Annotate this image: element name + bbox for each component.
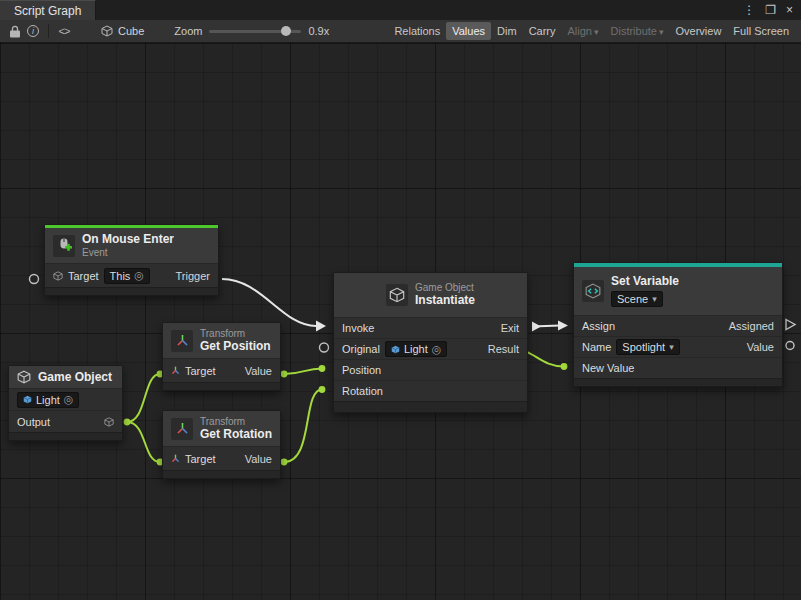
port-row: Original Light ◎ Result	[334, 338, 527, 359]
window-controls: ⋮ ❐ ×	[735, 0, 801, 20]
graph-breadcrumb[interactable]: Cube	[101, 25, 144, 37]
port-row: Invoke Exit	[334, 317, 527, 338]
node-instantiate[interactable]: Game Object Instantiate Invoke Exit Orig…	[333, 272, 528, 413]
cube-icon	[386, 284, 408, 306]
variable-name-dropdown[interactable]: Spotlight ▾	[616, 339, 679, 355]
rotation-port-label: Rotation	[342, 385, 383, 397]
align-button[interactable]: Align▾	[562, 22, 605, 40]
tab-title: Script Graph	[14, 4, 81, 18]
object-picker-icon[interactable]: ◎	[134, 270, 144, 281]
node-subtitle: Event	[82, 247, 174, 259]
node-get-position[interactable]: Transform Get Position Target Value	[162, 322, 281, 391]
target-port-label: Target	[185, 453, 216, 465]
zoom-label: Zoom	[174, 25, 202, 37]
menu-icon[interactable]: ⋮	[743, 3, 755, 17]
arrowhead	[316, 321, 326, 332]
tab-bar-spacer	[96, 0, 735, 20]
variable-icon	[582, 280, 604, 302]
dim-button[interactable]: Dim	[491, 22, 523, 40]
object-picker-icon[interactable]: ◎	[64, 394, 74, 405]
value-row: Light ◎	[9, 388, 122, 410]
port-row: Output	[9, 410, 122, 432]
cube-icon	[101, 25, 113, 37]
node-title: Get Rotation	[200, 428, 272, 442]
fullscreen-button[interactable]: Full Screen	[727, 22, 795, 40]
node-header: Game Object Instantiate	[334, 273, 527, 317]
name-port-label: Name	[582, 341, 611, 353]
original-port-label: Original	[342, 343, 380, 355]
trigger-port-label: Trigger	[176, 270, 210, 282]
mouse-event-icon	[53, 235, 75, 257]
new-value-port-label: New Value	[582, 362, 634, 374]
exit-port-marker	[532, 322, 541, 332]
lock-icon[interactable]	[6, 22, 24, 40]
cube-icon	[53, 271, 63, 281]
distribute-button[interactable]: Distribute▾	[605, 22, 670, 40]
target-port-label: Target	[185, 365, 216, 377]
node-footer	[574, 378, 782, 386]
zoom-value: 0.9x	[308, 25, 329, 37]
code-icon[interactable]: <>	[55, 22, 73, 40]
assigned-output-port	[786, 320, 795, 330]
port-row: Position	[334, 359, 527, 380]
values-button[interactable]: Values	[446, 22, 491, 40]
chevron-down-icon: ▾	[659, 27, 664, 37]
node-category: Transform	[200, 328, 271, 340]
scope-dropdown[interactable]: Scene ▾	[611, 291, 663, 307]
port-row: Name Spotlight ▾ Value	[574, 336, 782, 357]
node-header: Transform Get Rotation	[163, 411, 280, 446]
carry-button[interactable]: Carry	[523, 22, 562, 40]
node-set-variable[interactable]: Set Variable Scene ▾ Assign Assigned Nam…	[573, 262, 783, 387]
node-title: Instantiate	[415, 294, 475, 308]
wire-light-to-getposition	[127, 374, 160, 422]
arrowhead	[558, 321, 568, 331]
object-picker-icon[interactable]: ◎	[432, 344, 442, 355]
light-object-field[interactable]: Light ◎	[385, 341, 447, 357]
graph-name: Cube	[118, 25, 144, 37]
value-output-port	[786, 342, 794, 350]
node-game-object-light[interactable]: Game Object Light ◎ Output	[8, 365, 123, 441]
port-row: Rotation	[334, 380, 527, 401]
relations-button[interactable]: Relations	[388, 22, 446, 40]
node-footer	[9, 432, 122, 440]
zoom-slider[interactable]	[209, 30, 301, 33]
node-get-rotation[interactable]: Transform Get Rotation Target Value	[162, 410, 281, 479]
node-on-mouse-enter[interactable]: On Mouse Enter Event Target This ◎ Trigg…	[44, 224, 219, 296]
info-icon[interactable]: i	[24, 22, 42, 40]
tab-bar: Script Graph ⋮ ❐ ×	[0, 0, 801, 20]
chevron-down-icon: ▾	[652, 294, 657, 304]
node-footer	[163, 470, 280, 478]
zoom-slider-handle[interactable]	[281, 26, 291, 36]
toolbar-buttons: Relations Values Dim Carry Align▾ Distri…	[388, 22, 795, 40]
assigned-port-label: Assigned	[729, 320, 774, 332]
output-port-label: Output	[17, 416, 50, 428]
result-port-label: Result	[488, 343, 519, 355]
graph-canvas[interactable]: On Mouse Enter Event Target This ◎ Trigg…	[0, 43, 801, 600]
transform-icon	[171, 330, 193, 352]
original-input-port	[320, 343, 329, 352]
maximize-icon[interactable]: ❐	[765, 3, 776, 17]
position-port-label: Position	[342, 364, 381, 376]
node-category: Transform	[200, 416, 272, 428]
wire-rotation-value	[284, 390, 322, 463]
close-icon[interactable]: ×	[786, 3, 793, 17]
exit-port-label: Exit	[501, 322, 519, 334]
value-port-label: Value	[747, 341, 774, 353]
node-title: Set Variable	[611, 275, 679, 289]
node-footer	[163, 382, 280, 390]
node-title: On Mouse Enter	[82, 233, 174, 247]
light-object-field[interactable]: Light ◎	[17, 392, 79, 408]
tab-script-graph[interactable]: Script Graph	[0, 0, 96, 20]
port-row: New Value	[574, 357, 782, 378]
overview-button[interactable]: Overview	[670, 22, 728, 40]
transform-axis-icon	[171, 366, 180, 375]
toolbar-divider	[48, 24, 49, 38]
transform-axis-icon	[171, 454, 180, 463]
target-port-label: Target	[68, 270, 99, 282]
wire-light-to-getrotation	[127, 422, 160, 462]
value-port-label: Value	[245, 453, 272, 465]
graph-toolbar: i <> Cube Zoom 0.9x Relations Values Dim…	[0, 20, 801, 43]
chevron-down-icon: ▾	[594, 27, 599, 37]
transform-icon	[171, 418, 193, 440]
this-object-field[interactable]: This ◎	[104, 268, 150, 284]
